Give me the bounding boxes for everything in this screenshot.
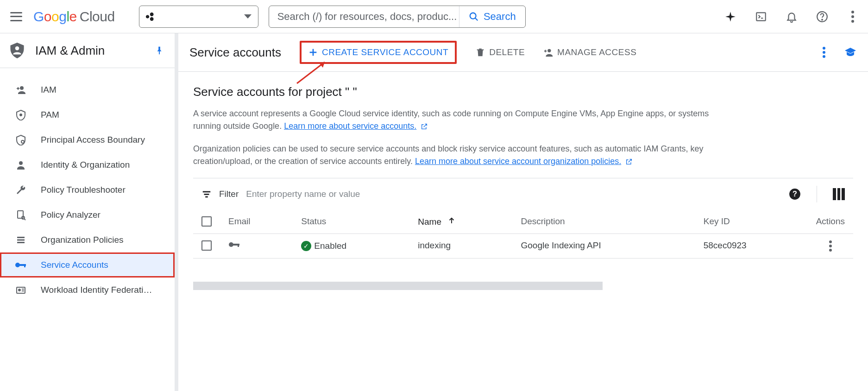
external-link-icon <box>625 158 633 165</box>
sidebar-item-analyzer[interactable]: Policy Analyzer <box>0 202 175 227</box>
sidebar-item-service-accounts[interactable]: Service Accounts <box>0 252 175 277</box>
svg-text:?: ? <box>793 189 797 198</box>
learn-icon[interactable] <box>844 47 857 58</box>
delete-button[interactable]: DELETE <box>475 47 525 57</box>
id-card-icon <box>15 284 27 296</box>
search-placeholder: Search (/) for resources, docs, produc..… <box>277 11 459 23</box>
filter-input[interactable]: Enter property name or value <box>246 189 781 199</box>
sidebar-item-orgpolicies[interactable]: Organization Policies <box>0 227 175 252</box>
table-row[interactable]: ✓ Enabled indexing Google Indexing API 5… <box>193 234 853 259</box>
sidebar-item-pam[interactable]: PAM <box>0 102 175 127</box>
account-icon <box>15 159 27 171</box>
svg-point-5 <box>822 19 823 20</box>
service-accounts-table: Filter Enter property name or value ? Em… <box>193 178 853 290</box>
page-more-icon[interactable] <box>823 47 825 58</box>
description-2: Organization policies can be used to sec… <box>193 143 712 168</box>
page-title: Service accounts <box>189 45 281 60</box>
sidebar-item-pab[interactable]: Principal Access Boundary <box>0 127 175 152</box>
svg-point-8 <box>20 114 22 116</box>
svg-point-21 <box>19 289 20 291</box>
main-content: Service accounts for project " " A servi… <box>178 72 868 303</box>
top-icon-row <box>724 11 859 23</box>
row-description: Google Indexing API <box>513 234 695 259</box>
svg-point-10 <box>19 161 23 165</box>
logo-google: Google <box>33 9 77 25</box>
svg-line-13 <box>24 219 25 220</box>
svg-point-7 <box>20 86 24 90</box>
row-actions-menu[interactable] <box>829 240 832 252</box>
iam-admin-icon <box>10 43 24 58</box>
check-circle-icon: ✓ <box>301 241 311 251</box>
google-cloud-logo[interactable]: Google Cloud <box>33 9 115 25</box>
chevron-down-icon <box>244 14 252 19</box>
trash-icon <box>475 47 485 57</box>
service-account-key-icon <box>228 240 241 249</box>
sidebar-header: IAM & Admin <box>0 33 175 68</box>
search-bar[interactable]: Search (/) for resources, docs, produc..… <box>269 6 526 28</box>
col-email[interactable]: Email <box>220 210 293 234</box>
filter-bar: Filter Enter property name or value ? <box>193 178 853 210</box>
select-all-checkbox[interactable] <box>201 216 212 227</box>
shield-icon <box>15 109 27 121</box>
svg-rect-16 <box>17 242 25 243</box>
filter-icon <box>201 189 212 199</box>
svg-rect-19 <box>24 264 25 267</box>
svg-rect-31 <box>205 196 208 198</box>
divider <box>817 186 817 202</box>
create-service-account-button[interactable]: CREATE SERVICE ACCOUNT <box>300 41 457 64</box>
svg-point-0 <box>470 13 476 19</box>
project-icon <box>146 13 154 21</box>
manage-access-button[interactable]: MANAGE ACCESS <box>543 47 636 57</box>
menu-icon[interactable] <box>9 10 23 24</box>
svg-rect-15 <box>17 240 25 241</box>
svg-point-26 <box>547 49 551 52</box>
sidebar-item-troubleshooter[interactable]: Policy Troubleshooter <box>0 177 175 202</box>
col-status[interactable]: Status <box>293 210 409 234</box>
svg-rect-14 <box>17 237 25 238</box>
person-plus-icon <box>543 47 554 57</box>
list-icon <box>15 234 27 246</box>
table-header-row: Email Status Name Description Key ID Act… <box>193 210 853 234</box>
row-checkbox[interactable] <box>201 240 212 251</box>
sidebar-nav: IAM PAM Principal Access Boundary Identi… <box>0 68 175 312</box>
project-selector[interactable] <box>139 6 258 28</box>
more-icon[interactable] <box>847 11 859 23</box>
horizontal-scrollbar[interactable] <box>193 282 603 290</box>
col-name[interactable]: Name <box>409 210 512 234</box>
help-icon[interactable] <box>816 11 828 23</box>
sidebar-item-identity[interactable]: Identity & Organization <box>0 152 175 177</box>
doc-search-icon <box>15 209 27 221</box>
row-keyid: 58cec0923 <box>695 234 808 259</box>
svg-point-6 <box>15 46 19 50</box>
page-action-bar: Service accounts CREATE SERVICE ACCOUNT … <box>178 33 868 72</box>
column-display-icon[interactable] <box>833 188 845 200</box>
external-link-icon <box>421 123 428 130</box>
page-subtitle: Service accounts for project " " <box>193 85 853 99</box>
wrench-icon <box>15 184 27 196</box>
sidebar-title: IAM & Admin <box>35 44 143 58</box>
learn-more-org-policies-link[interactable]: Learn more about service account organiz… <box>415 157 621 166</box>
sidebar-item-wif[interactable]: Workload Identity Federati… <box>0 277 175 303</box>
col-description[interactable]: Description <box>513 210 695 234</box>
search-icon <box>469 12 479 22</box>
spark-icon[interactable] <box>724 11 736 23</box>
person-plus-icon <box>15 84 27 96</box>
svg-point-9 <box>21 140 24 143</box>
shield-outline-icon <box>15 134 27 146</box>
cloud-shell-icon[interactable] <box>755 11 767 23</box>
svg-rect-2 <box>756 13 766 20</box>
notifications-icon[interactable] <box>786 11 798 23</box>
status-badge: ✓ Enabled <box>301 241 346 251</box>
learn-more-service-accounts-link[interactable]: Learn more about service accounts. <box>284 121 416 131</box>
svg-line-1 <box>475 18 478 20</box>
col-keyid[interactable]: Key ID <box>695 210 808 234</box>
sidebar-item-iam[interactable]: IAM <box>0 77 175 102</box>
content: Service accounts CREATE SERVICE ACCOUNT … <box>178 33 868 391</box>
svg-rect-20 <box>17 287 25 293</box>
svg-rect-29 <box>203 191 211 193</box>
filter-help-icon[interactable]: ? <box>789 188 801 200</box>
sidebar: IAM & Admin IAM PAM Principal Access Bou… <box>0 33 178 391</box>
search-button[interactable]: Search <box>459 6 525 27</box>
pin-icon[interactable] <box>154 44 164 57</box>
svg-rect-30 <box>204 194 209 195</box>
